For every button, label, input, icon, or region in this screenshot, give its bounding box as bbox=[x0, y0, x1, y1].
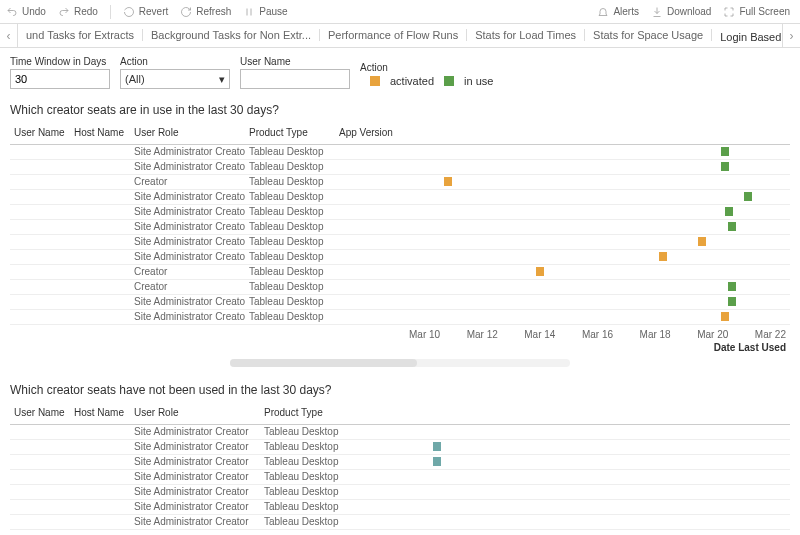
table-row[interactable]: Site Administrator CreatorTableau Deskto… bbox=[10, 145, 790, 160]
filters-bar: Time Window in Days Action (All)▾ User N… bbox=[0, 48, 800, 95]
table-row[interactable]: CreatorTableau Desktop bbox=[10, 265, 790, 280]
redo-label: Redo bbox=[74, 6, 98, 17]
table-row[interactable]: Site Administrator CreatorTableau Deskto… bbox=[10, 310, 790, 325]
data-mark[interactable] bbox=[721, 312, 729, 321]
alerts-label: Alerts bbox=[613, 6, 639, 17]
chevron-down-icon: ▾ bbox=[219, 73, 225, 86]
data-mark[interactable] bbox=[433, 457, 441, 466]
legend-chip-inuse bbox=[444, 76, 454, 86]
refresh-label: Refresh bbox=[196, 6, 231, 17]
table-row[interactable]: CreatorTableau Desktop bbox=[10, 280, 790, 295]
revert-label: Revert bbox=[139, 6, 168, 17]
action-filter-label: Action bbox=[120, 56, 230, 67]
table-row[interactable]: Site Administrator CreatorTableau Deskto… bbox=[10, 455, 790, 470]
data-mark[interactable] bbox=[728, 282, 736, 291]
tab-background-tasks-for-non-extr-[interactable]: Background Tasks for Non Extr... bbox=[143, 29, 320, 41]
axis-tick: Mar 22 bbox=[755, 329, 786, 340]
th-host[interactable]: Host Name bbox=[70, 123, 130, 145]
data-mark[interactable] bbox=[721, 162, 729, 171]
legend-label: Action bbox=[360, 62, 493, 73]
data-mark[interactable] bbox=[744, 192, 752, 201]
legend: activatedin use bbox=[370, 75, 493, 89]
data-mark[interactable] bbox=[728, 222, 736, 231]
tab-stats-for-space-usage[interactable]: Stats for Space Usage bbox=[585, 29, 712, 41]
data-mark[interactable] bbox=[725, 207, 733, 216]
undo-button[interactable]: Undo bbox=[6, 6, 46, 18]
table-row[interactable]: Site Administrator CreatorTableau Deskto… bbox=[10, 205, 790, 220]
table-row[interactable]: Site Administrator CreatorTableau Deskto… bbox=[10, 425, 790, 440]
table-row[interactable]: CreatorTableau Desktop bbox=[10, 175, 790, 190]
legend-text-inuse: in use bbox=[464, 75, 493, 87]
undo-label: Undo bbox=[22, 6, 46, 17]
th2-host[interactable]: Host Name bbox=[70, 403, 130, 425]
table-row[interactable]: Site Administrator CreatorTableau Deskto… bbox=[10, 470, 790, 485]
tabs-prev-button[interactable]: ‹ bbox=[0, 24, 18, 47]
th-role[interactable]: User Role bbox=[130, 123, 245, 145]
table-row[interactable]: Site Administrator CreatorTableau Deskto… bbox=[10, 235, 790, 250]
revert-button[interactable]: Revert bbox=[123, 6, 168, 18]
data-mark[interactable] bbox=[536, 267, 544, 276]
axis-tick: Mar 16 bbox=[582, 329, 613, 340]
data-mark[interactable] bbox=[444, 177, 452, 186]
table-row[interactable]: Site Administrator CreatorTableau Deskto… bbox=[10, 485, 790, 500]
table-row[interactable]: Site Administrator CreatorTableau Deskto… bbox=[10, 295, 790, 310]
legend-chip-activated bbox=[370, 76, 380, 86]
refresh-button[interactable]: Refresh bbox=[180, 6, 231, 18]
th2-role[interactable]: User Role bbox=[130, 403, 260, 425]
data-mark[interactable] bbox=[659, 252, 667, 261]
hscroll[interactable] bbox=[230, 359, 570, 367]
pause-label: Pause bbox=[259, 6, 287, 17]
th2-user[interactable]: User Name bbox=[10, 403, 70, 425]
axis-tick: Mar 10 bbox=[409, 329, 440, 340]
notused-table: User Name Host Name User Role Product Ty… bbox=[10, 403, 790, 530]
axis-tick: Mar 18 bbox=[640, 329, 671, 340]
data-mark[interactable] bbox=[721, 147, 729, 156]
download-button[interactable]: Download bbox=[651, 6, 711, 18]
alerts-button[interactable]: Alerts bbox=[597, 6, 639, 18]
user-input[interactable] bbox=[240, 69, 350, 89]
days-input[interactable] bbox=[10, 69, 110, 89]
fullscreen-label: Full Screen bbox=[739, 6, 790, 17]
data-mark[interactable] bbox=[698, 237, 706, 246]
th2-prod[interactable]: Product Type bbox=[260, 403, 365, 425]
download-label: Download bbox=[667, 6, 711, 17]
action-select[interactable]: (All)▾ bbox=[120, 69, 230, 89]
tab-stats-for-load-times[interactable]: Stats for Load Times bbox=[467, 29, 585, 41]
table-row[interactable]: Site Administrator CreatorTableau Deskto… bbox=[10, 440, 790, 455]
pause-button[interactable]: Pause bbox=[243, 6, 287, 18]
redo-button[interactable]: Redo bbox=[58, 6, 98, 18]
user-filter-label: User Name bbox=[240, 56, 350, 67]
data-mark[interactable] bbox=[728, 297, 736, 306]
section2-axis: Feb 22Feb 23Feb 24 bbox=[0, 530, 800, 535]
table-row[interactable]: Site Administrator CreatorTableau Deskto… bbox=[10, 515, 790, 530]
tab-und-tasks-for-extracts[interactable]: und Tasks for Extracts bbox=[18, 29, 143, 41]
legend-text-activated: activated bbox=[390, 75, 434, 87]
axis-tick: Mar 12 bbox=[467, 329, 498, 340]
table-row[interactable]: Site Administrator CreatorTableau Deskto… bbox=[10, 220, 790, 235]
tab-login-based-license-usage[interactable]: Login Based License Usage bbox=[712, 29, 782, 43]
section1-axis: Mar 10Mar 12Mar 14Mar 16Mar 18Mar 20Mar … bbox=[0, 325, 800, 340]
inuse-table: User Name Host Name User Role Product Ty… bbox=[10, 123, 790, 325]
axis-tick: Mar 14 bbox=[524, 329, 555, 340]
table-row[interactable]: Site Administrator CreatorTableau Deskto… bbox=[10, 160, 790, 175]
section2-title: Which creator seats have not been used i… bbox=[0, 375, 800, 403]
axis-tick: Mar 20 bbox=[697, 329, 728, 340]
th-app[interactable]: App Version bbox=[335, 123, 405, 145]
th-prod[interactable]: Product Type bbox=[245, 123, 335, 145]
tab-performance-of-flow-runs[interactable]: Performance of Flow Runs bbox=[320, 29, 467, 41]
action-value: (All) bbox=[125, 73, 145, 85]
table-row[interactable]: Site Administrator CreatorTableau Deskto… bbox=[10, 250, 790, 265]
table-row[interactable]: Site Administrator CreatorTableau Deskto… bbox=[10, 190, 790, 205]
th-user[interactable]: User Name bbox=[10, 123, 70, 145]
table-row[interactable]: Site Administrator CreatorTableau Deskto… bbox=[10, 500, 790, 515]
toolbar: Undo Redo Revert Refresh Pause Alerts Do… bbox=[0, 0, 800, 24]
days-label: Time Window in Days bbox=[10, 56, 110, 67]
data-mark[interactable] bbox=[433, 442, 441, 451]
tabs-next-button[interactable]: › bbox=[782, 24, 800, 47]
fullscreen-button[interactable]: Full Screen bbox=[723, 6, 790, 18]
tabs-bar: ‹ und Tasks for ExtractsBackground Tasks… bbox=[0, 24, 800, 48]
section1-title: Which creator seats are in use in the la… bbox=[0, 95, 800, 123]
axis-label: Date Last Used bbox=[0, 340, 800, 353]
